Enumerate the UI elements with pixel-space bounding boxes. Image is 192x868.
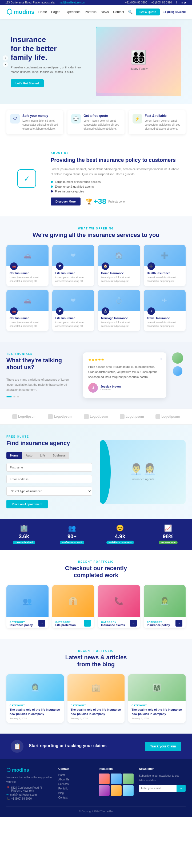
nav-news[interactable]: News xyxy=(101,10,109,14)
tab-auto[interactable]: Auto xyxy=(22,452,36,459)
service-car-insurance-1[interactable]: 🚗 🚗 Car Insurance Lorem ipsum dolor sit … xyxy=(6,245,49,286)
badge-text: Projects done xyxy=(108,200,125,203)
portfolio-img-4: 👩‍💼 xyxy=(144,585,186,617)
port-arrow-2[interactable]: → xyxy=(84,620,91,627)
feature-card-1: 🛡 Safe your money Lorem ipsum dolor sit … xyxy=(6,110,63,134)
service-title-1: Car Insurance xyxy=(9,272,45,275)
email-field[interactable] xyxy=(6,475,92,484)
about-label: ABOUT US xyxy=(51,151,181,154)
footer-link-home[interactable]: Home xyxy=(58,774,93,776)
footer-link-blog[interactable]: Blog xyxy=(58,792,93,795)
footer-link-portfolio[interactable]: Portfolio xyxy=(58,787,93,790)
check-dot-2 xyxy=(51,186,53,188)
portfolio-img-3: 📞 xyxy=(98,585,140,617)
portfolio-section: RECENT PORTFOLIO Checkout our recently c… xyxy=(0,550,192,639)
search-icon[interactable]: 🔍 xyxy=(128,10,133,14)
footer-newsletter-desc: Subscribe to our newsletter to get lates… xyxy=(139,774,186,782)
blog-title-1: The quality role of the life insurance n… xyxy=(9,708,60,716)
insta-img-4[interactable] xyxy=(99,785,110,796)
cta-heading: Start reporting or tracking your claims xyxy=(29,743,139,748)
facebook-icon[interactable]: f xyxy=(176,1,177,4)
hero-next-arrow[interactable]: › xyxy=(3,62,8,67)
stat-cases-badge: Case Submitted xyxy=(13,540,35,544)
partner-logo-icon-2 xyxy=(48,414,53,419)
blog-card-3[interactable]: 👨‍👩‍👧 CATEGORY The quality role of the l… xyxy=(128,674,186,723)
port-arrow-4[interactable]: → xyxy=(175,620,183,627)
service-img-2: ❤ ❤ xyxy=(52,245,94,266)
footer-contact-heading: Contact xyxy=(58,767,93,770)
insta-img-6[interactable] xyxy=(123,785,134,796)
firstname-input[interactable] xyxy=(6,463,92,472)
insta-img-5[interactable] xyxy=(111,785,121,796)
footer-link-about[interactable]: About Us xyxy=(58,778,93,781)
stat-staff: 👥 90+ Professional staff xyxy=(48,519,96,550)
nav-home[interactable]: Home xyxy=(38,10,47,14)
service-desc-6: Lorem ipsum dolor sit amet consectetur a… xyxy=(55,321,91,328)
tab-life[interactable]: Life xyxy=(36,452,49,459)
blog-img-3: 👨‍👩‍👧 xyxy=(128,674,186,701)
success-icon: 📈 xyxy=(147,524,189,532)
discover-more-button[interactable]: Discover More xyxy=(51,197,81,206)
dot-inactive-1[interactable] xyxy=(13,396,16,397)
service-life-insurance-1[interactable]: ❤ ❤ Life Insurance Lorem ipsum dolor sit… xyxy=(52,245,94,286)
nav-contact[interactable]: Contact xyxy=(113,10,124,14)
track-claim-button[interactable]: Track your Claim xyxy=(145,742,181,751)
portfolio-item-4[interactable]: 👩‍💼 CATEGORY Insurance policy → xyxy=(144,585,186,628)
topbar-email[interactable]: mail@mailfeature.com xyxy=(59,1,86,4)
appointment-button[interactable]: Place an Appointment xyxy=(6,500,48,508)
service-life-insurance-2[interactable]: ❤ ❤ Life Insurance Lorem ipsum dolor sit… xyxy=(52,290,94,331)
service-car-insurance-2[interactable]: 🚗 🚗 Car Insurance Lorem ipsum dolor sit … xyxy=(6,290,49,331)
service-home-insurance[interactable]: 🏠 🏠 Home Insurance Lorem ipsum dolor sit… xyxy=(98,245,140,286)
portfolio-item-1[interactable]: 👥 CATEGORY Insurance policy → xyxy=(6,585,49,628)
nav-pages[interactable]: Pages xyxy=(51,10,60,14)
insurance-type-select[interactable]: Select type of insurance Home Auto Life … xyxy=(6,487,92,496)
partner-1: Logotipsum xyxy=(12,414,36,419)
nav-portfolio[interactable]: Portfolio xyxy=(85,10,97,14)
services-section: WHAT WE OFFERING We're giving all the in… xyxy=(0,216,192,342)
email-input[interactable] xyxy=(6,475,92,484)
insta-img-3[interactable] xyxy=(123,774,134,784)
aside-avatar-1 xyxy=(172,352,183,364)
linkedin-icon[interactable]: in xyxy=(181,1,183,4)
testimonial-dots xyxy=(6,396,75,397)
dot-active[interactable] xyxy=(6,396,12,397)
blog-card-2[interactable]: 🏢 CATEGORY The quality role of the life … xyxy=(67,674,125,723)
find-label: FREE QUOTE xyxy=(6,435,92,438)
footer-email[interactable]: ✉ mail@mailfeature.com xyxy=(6,793,53,796)
dot-inactive-2[interactable] xyxy=(17,396,19,397)
stat-staff-badge: Professional staff xyxy=(60,540,84,544)
nav-experience[interactable]: Experience xyxy=(64,10,81,14)
email-icon: ✉ xyxy=(6,793,8,796)
insta-img-2[interactable] xyxy=(111,774,121,784)
hero-prev-arrow[interactable]: ‹ xyxy=(3,55,8,61)
hero-cta-button[interactable]: Let's Get Started xyxy=(11,79,44,87)
insta-img-1[interactable] xyxy=(99,774,110,784)
portfolio-item-2[interactable]: 👔 CATEGORY Life protection → xyxy=(52,585,94,628)
author-avatar: J xyxy=(88,383,98,393)
newsletter-input[interactable] xyxy=(139,785,176,792)
service-marriage-insurance[interactable]: 💍 💍 Marriage Insurance Lorem ipsum dolor… xyxy=(98,290,140,331)
tab-business[interactable]: Business xyxy=(49,452,69,459)
twitter-icon[interactable]: t xyxy=(179,1,179,4)
port-arrow-3[interactable]: → xyxy=(130,620,137,627)
port-arrow-1[interactable]: → xyxy=(38,620,45,627)
about-icon-box: ✓ xyxy=(17,169,36,188)
service-travel-insurance[interactable]: ✈ ✈ Travel Insurance Lorem ipsum dolor s… xyxy=(144,290,186,331)
get-quote-button[interactable]: Get a Quote xyxy=(136,8,160,16)
tab-home[interactable]: Home xyxy=(6,452,22,459)
newsletter-submit-button[interactable]: → xyxy=(176,785,186,792)
footer-link-services[interactable]: Services xyxy=(58,782,93,785)
footer-link-contact[interactable]: Contact xyxy=(58,796,93,799)
site-logo[interactable]: ⬡ modins xyxy=(6,8,34,16)
service-title-7: Marriage Insurance xyxy=(101,316,137,320)
footer-address: 📍 5624 Conference Road Pl Platform, New … xyxy=(6,786,53,792)
service-health-insurance[interactable]: ➕ ➕ Health Insurance Lorem ipsum dolor s… xyxy=(144,245,186,286)
stat-cases-num: 3.6k xyxy=(3,533,45,539)
blog-card-1[interactable]: 👩‍💼 CATEGORY The quality role of the lif… xyxy=(6,674,64,723)
portfolio-item-3[interactable]: 📞 CATEGORY Insurance claims → xyxy=(98,585,140,628)
firstname-field[interactable] xyxy=(6,463,92,472)
service-img-3: 🏠 🏠 xyxy=(98,245,140,266)
partner-logo-icon-3 xyxy=(84,414,89,419)
insurance-type-field[interactable]: Select type of insurance Home Auto Life … xyxy=(6,487,92,496)
youtube-icon[interactable]: ▶ xyxy=(185,1,187,4)
